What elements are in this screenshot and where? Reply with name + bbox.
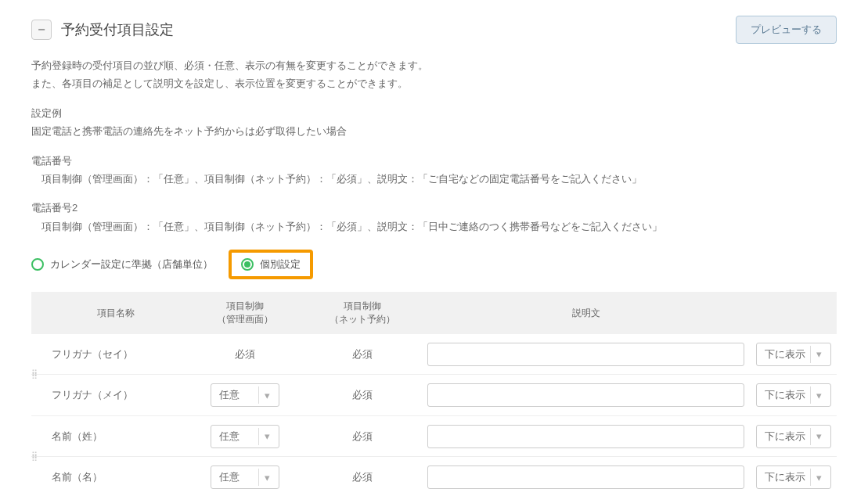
admin-value: 任意 (219, 470, 240, 484)
phone1-heading: 電話番号 (31, 152, 837, 170)
page-title: 予約受付項目設定 (61, 20, 174, 39)
preview-button[interactable]: プレビューする (736, 16, 837, 44)
position-value: 下に表示 (765, 388, 805, 402)
example-block: 設定例 固定電話と携帯電話の連絡先をネット予約からは必ず取得したい場合 (31, 104, 837, 141)
position-select[interactable]: 下に表示 ▾ (756, 343, 831, 366)
chevron-down-icon: ▾ (810, 346, 827, 363)
description-input[interactable] (427, 343, 744, 366)
position-select[interactable]: 下に表示 ▾ (756, 465, 831, 489)
radio-individual[interactable]: 個別設定 (241, 257, 301, 271)
position-value: 下に表示 (765, 347, 805, 361)
phone1-line: 項目制御（管理画面）：「任意」、項目制御（ネット予約）：「必須」、説明文：「ご自… (31, 170, 837, 188)
drag-handle-icon[interactable]: ⠿⠿ (31, 372, 38, 378)
fields-table: 項目名称 項目制御 （管理画面） 項目制御 （ネット予約） 説明文 ⠿⠿ フリガ… (31, 292, 837, 496)
position-select[interactable]: 下に表示 ▾ (756, 425, 831, 448)
phone2-line: 項目制御（管理画面）：「任意」、項目制御（ネット予約）：「必須」、説明文：「日中… (31, 217, 837, 235)
collapse-button[interactable]: − (31, 20, 52, 40)
phone1-block: 電話番号 項目制御（管理画面）：「任意」、項目制御（ネット予約）：「必須」、説明… (31, 152, 837, 189)
net-value: 必須 (304, 388, 421, 402)
item-name: フリガナ（セイ） (45, 347, 186, 361)
phone2-heading: 電話番号2 (31, 199, 837, 217)
intro-line: また、各項目の補足として説明文を設定し、表示位置を変更することができます。 (31, 74, 837, 92)
radio-icon (241, 258, 254, 271)
chevron-down-icon: ▾ (258, 469, 276, 486)
position-select[interactable]: 下に表示 ▾ (756, 383, 831, 407)
example-heading: 設定例 (31, 104, 837, 122)
chevron-down-icon: ▾ (810, 386, 827, 404)
highlight-individual: 個別設定 (229, 250, 313, 279)
chevron-down-icon: ▾ (258, 428, 276, 445)
intro-line: 予約登録時の受付項目の並び順、必須・任意、表示の有無を変更することができます。 (31, 56, 837, 74)
drag-handle-icon[interactable]: ⠿⠿ (31, 455, 38, 460)
position-value: 下に表示 (765, 430, 805, 444)
chevron-down-icon: ▾ (810, 469, 827, 486)
description-input[interactable] (427, 425, 744, 448)
item-name: 名前（名） (45, 470, 186, 484)
intro-text: 予約登録時の受付項目の並び順、必須・任意、表示の有無を変更することができます。 … (31, 56, 837, 93)
admin-select[interactable]: 任意 ▾ (211, 383, 279, 407)
radio-calendar-label: カレンダー設定に準拠（店舗単位） (50, 257, 213, 271)
item-name: 名前（姓） (45, 430, 186, 444)
admin-select[interactable]: 任意 ▾ (211, 425, 279, 448)
col-desc: 説明文 (421, 307, 751, 320)
net-value: 必須 (304, 430, 421, 444)
chevron-down-icon: ▾ (258, 386, 276, 404)
radio-individual-label: 個別設定 (260, 257, 301, 271)
description-input[interactable] (427, 465, 744, 489)
net-value: 必須 (304, 347, 421, 361)
description-input[interactable] (427, 383, 744, 407)
col-admin: 項目制御 （管理画面） (186, 300, 304, 326)
example-line: 固定電話と携帯電話の連絡先をネット予約からは必ず取得したい場合 (31, 122, 837, 140)
admin-value: 任意 (219, 388, 240, 402)
radio-calendar[interactable]: カレンダー設定に準拠（店舗単位） (31, 257, 213, 271)
admin-value: 任意 (219, 430, 240, 444)
net-value: 必須 (304, 470, 421, 484)
chevron-down-icon: ▾ (810, 428, 827, 445)
position-value: 下に表示 (765, 470, 805, 484)
admin-fixed: 必須 (186, 347, 304, 361)
admin-select[interactable]: 任意 ▾ (211, 465, 279, 489)
col-net: 項目制御 （ネット予約） (304, 300, 421, 326)
radio-icon (31, 258, 44, 271)
col-name: 項目名称 (45, 307, 186, 320)
item-name: フリガナ（メイ） (45, 388, 186, 402)
phone2-block: 電話番号2 項目制御（管理画面）：「任意」、項目制御（ネット予約）：「必須」、説… (31, 199, 837, 235)
